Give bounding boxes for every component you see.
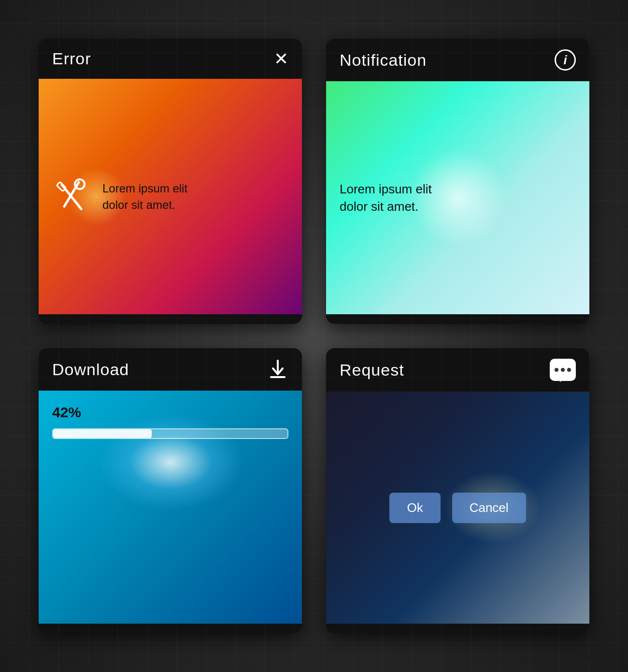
tools-icon: [52, 177, 91, 216]
notification-body-text: Lorem ipsum elit dolor sit amet.: [340, 180, 432, 216]
download-card: Download 42%: [39, 348, 302, 633]
chat-bubble-icon: [550, 359, 576, 381]
download-icon: [267, 359, 288, 380]
svg-rect-3: [57, 182, 66, 191]
download-card-footer: [39, 624, 302, 633]
info-icon: i: [555, 49, 576, 71]
error-card-header: Error ✕: [39, 39, 302, 79]
request-card: Request Ok Cancel: [326, 348, 589, 633]
download-card-header: Download: [39, 348, 302, 391]
progress-bar-fill: [53, 429, 152, 438]
chat-dot-1: [555, 368, 558, 372]
request-card-body: Ok Cancel: [326, 392, 589, 624]
download-card-body: 42%: [39, 391, 302, 624]
error-card: Error ✕ Lorem ipsum elit dolor sit amet.: [39, 39, 302, 324]
request-card-header: Request: [326, 348, 589, 392]
error-card-footer: [39, 314, 302, 324]
notification-title: Notification: [340, 51, 427, 70]
close-icon[interactable]: ✕: [274, 50, 288, 68]
progress-bar: [52, 428, 288, 439]
request-card-footer: [326, 624, 589, 633]
error-body-text: Lorem ipsum elit dolor sit amet.: [102, 180, 187, 213]
download-title: Download: [52, 360, 129, 379]
cards-grid: Error ✕ Lorem ipsum elit dolor sit amet.: [0, 0, 628, 672]
svg-rect-4: [270, 376, 285, 378]
notification-card-footer: [326, 314, 589, 324]
download-percent: 42%: [52, 404, 288, 421]
error-card-body: Lorem ipsum elit dolor sit amet.: [39, 79, 302, 314]
error-title: Error: [52, 49, 91, 68]
request-title: Request: [340, 361, 404, 380]
notification-card-body: Lorem ipsum elit dolor sit amet.: [326, 81, 589, 314]
cancel-button[interactable]: Cancel: [452, 493, 526, 523]
chat-dot-2: [561, 368, 565, 372]
notification-card-header: Notification i: [326, 39, 589, 81]
chat-dot-3: [567, 368, 571, 372]
ok-button[interactable]: Ok: [389, 493, 440, 523]
notification-card: Notification i Lorem ipsum elit dolor si…: [326, 39, 589, 324]
